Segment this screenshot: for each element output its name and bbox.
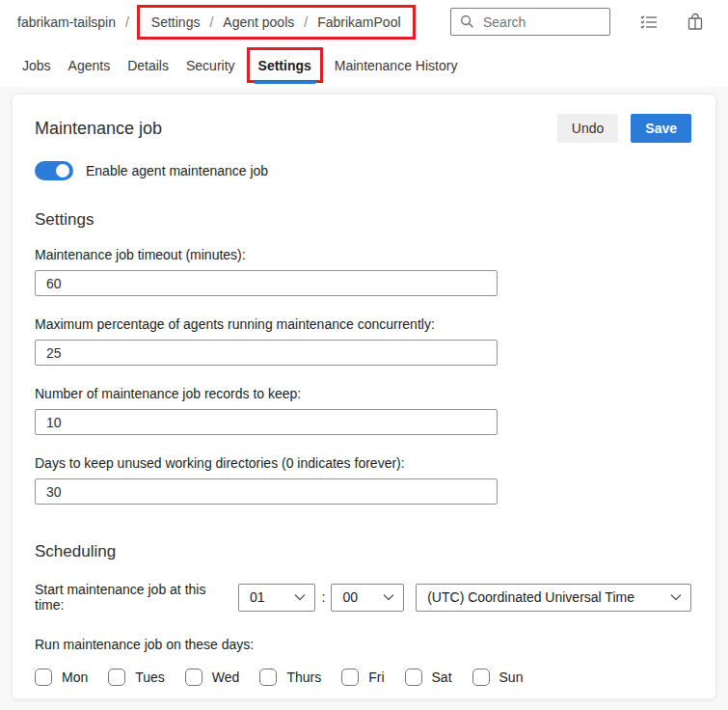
checkbox-mon[interactable] bbox=[35, 669, 52, 686]
field-timeout: Maintenance job timeout (minutes): bbox=[35, 247, 691, 296]
checkbox-wed[interactable] bbox=[185, 669, 202, 686]
day-option-wed: Wed bbox=[185, 669, 240, 686]
enable-maintenance-label: Enable agent maintenance job bbox=[86, 163, 268, 178]
field-records-to-keep-label: Number of maintenance job records to kee… bbox=[35, 386, 691, 401]
day-option-thurs: Thurs bbox=[259, 669, 321, 686]
task-list-icon[interactable] bbox=[637, 11, 661, 34]
chevron-down-icon bbox=[294, 593, 306, 601]
pool-tab-bar: Jobs Agents Details Security Settings Ma… bbox=[0, 43, 728, 87]
field-records-to-keep-input[interactable] bbox=[35, 409, 498, 435]
checkbox-sat[interactable] bbox=[405, 669, 422, 686]
search-icon bbox=[460, 14, 474, 29]
save-button[interactable]: Save bbox=[631, 114, 691, 143]
field-timeout-label: Maintenance job timeout (minutes): bbox=[35, 247, 691, 262]
field-timeout-input[interactable] bbox=[35, 270, 498, 296]
tab-settings[interactable]: Settings bbox=[247, 47, 323, 83]
breadcrumb-highlight-box: Settings / Agent pools / FabrikamPool bbox=[137, 5, 416, 40]
shopping-bag-icon[interactable] bbox=[684, 11, 707, 34]
checkbox-thurs[interactable] bbox=[259, 669, 277, 686]
hour-select-value: 01 bbox=[250, 589, 265, 605]
chevron-down-icon bbox=[670, 593, 682, 601]
chevron-down-icon bbox=[383, 593, 394, 601]
day-label-mon: Mon bbox=[62, 669, 88, 685]
day-option-sat: Sat bbox=[405, 669, 452, 686]
schedule-time-row: Start maintenance job at this time: 01 :… bbox=[35, 582, 691, 613]
enable-maintenance-row: Enable agent maintenance job bbox=[35, 161, 691, 180]
day-option-sun: Sun bbox=[472, 669, 524, 686]
breadcrumb-separator: / bbox=[203, 14, 219, 30]
tab-maintenance-history[interactable]: Maintenance History bbox=[326, 43, 467, 87]
field-days-to-keep: Days to keep unused working directories … bbox=[35, 455, 691, 505]
card-title-row: Maintenance job Undo Save bbox=[35, 114, 691, 143]
search-box[interactable] bbox=[450, 8, 610, 36]
day-option-tues: Tues bbox=[108, 669, 165, 686]
action-buttons: Undo Save bbox=[557, 114, 691, 143]
field-max-percentage: Maximum percentage of agents running mai… bbox=[35, 316, 691, 366]
breadcrumb-organization[interactable]: fabrikam-tailspin bbox=[13, 14, 120, 30]
timezone-select-value: (UTC) Coordinated Universal Time bbox=[427, 589, 634, 605]
breadcrumb-separator: / bbox=[120, 14, 135, 30]
page-title: Maintenance job bbox=[35, 119, 162, 139]
run-days-label: Run maintenance job on these days: bbox=[35, 637, 691, 652]
tab-security[interactable]: Security bbox=[177, 43, 244, 87]
field-records-to-keep: Number of maintenance job records to kee… bbox=[35, 386, 691, 435]
day-label-sat: Sat bbox=[432, 669, 452, 685]
breadcrumb-separator: / bbox=[298, 14, 313, 30]
day-label-sun: Sun bbox=[499, 669, 524, 685]
day-option-fri: Fri bbox=[341, 669, 384, 686]
minute-select[interactable]: 00 bbox=[331, 584, 404, 612]
day-label-fri: Fri bbox=[368, 669, 384, 685]
field-days-to-keep-input[interactable] bbox=[35, 478, 498, 505]
checkbox-tues[interactable] bbox=[108, 669, 125, 686]
day-label-tues: Tues bbox=[135, 669, 165, 685]
run-days-row: Mon Tues Wed Thurs Fri Sat Sun bbox=[35, 669, 691, 686]
scheduling-section-heading: Scheduling bbox=[35, 542, 691, 561]
hour-select[interactable]: 01 bbox=[238, 584, 315, 612]
settings-section-heading: Settings bbox=[35, 210, 691, 230]
breadcrumb-settings[interactable]: Settings bbox=[148, 14, 204, 30]
maintenance-settings-card: Maintenance job Undo Save Enable agent m… bbox=[12, 94, 716, 699]
enable-maintenance-toggle[interactable] bbox=[35, 161, 73, 180]
field-max-percentage-input[interactable] bbox=[35, 340, 498, 366]
search-input[interactable] bbox=[481, 14, 592, 31]
active-tab-underline bbox=[255, 81, 315, 84]
checkbox-fri[interactable] bbox=[341, 669, 359, 686]
checkbox-sun[interactable] bbox=[472, 669, 490, 686]
day-label-wed: Wed bbox=[212, 669, 240, 685]
field-days-to-keep-label: Days to keep unused working directories … bbox=[35, 455, 691, 471]
breadcrumb-agent-pools[interactable]: Agent pools bbox=[219, 14, 298, 30]
undo-button[interactable]: Undo bbox=[557, 114, 618, 143]
tab-jobs[interactable]: Jobs bbox=[13, 43, 60, 87]
day-option-mon: Mon bbox=[35, 669, 88, 686]
tab-settings-label: Settings bbox=[258, 58, 311, 73]
field-max-percentage-label: Maximum percentage of agents running mai… bbox=[35, 316, 691, 332]
tab-agents[interactable]: Agents bbox=[60, 43, 120, 87]
breadcrumb: fabrikam-tailspin / Settings / Agent poo… bbox=[13, 5, 450, 40]
timezone-select[interactable]: (UTC) Coordinated Universal Time bbox=[416, 584, 691, 612]
toggle-knob bbox=[56, 164, 69, 178]
minute-select-value: 00 bbox=[342, 589, 358, 605]
top-header-bar: fabrikam-tailspin / Settings / Agent poo… bbox=[0, 0, 728, 43]
tab-details[interactable]: Details bbox=[119, 43, 177, 87]
day-label-thurs: Thurs bbox=[286, 669, 321, 685]
schedule-time-label: Start maintenance job at this time: bbox=[35, 582, 230, 613]
time-separator: : bbox=[315, 589, 332, 605]
breadcrumb-fabrikampool[interactable]: FabrikamPool bbox=[313, 14, 404, 30]
